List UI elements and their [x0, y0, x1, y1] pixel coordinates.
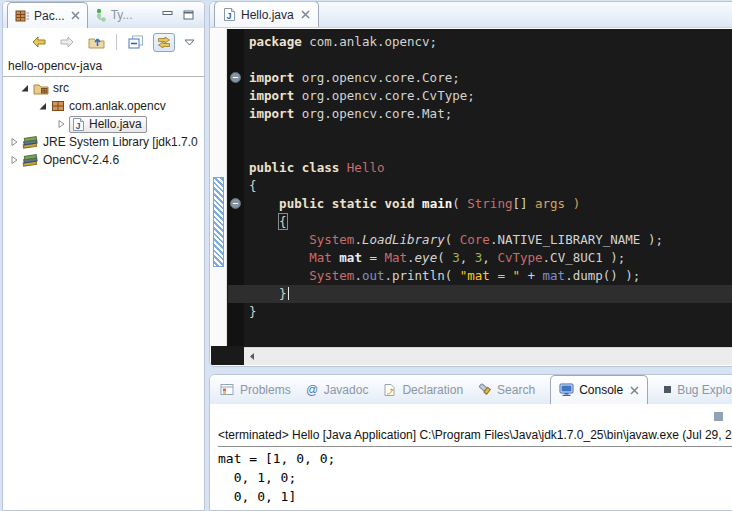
close-icon[interactable] [71, 11, 80, 20]
collapse-all-icon[interactable] [125, 32, 147, 52]
project-tree: srccom.anlak.opencvJHello.javaJRE System… [3, 79, 204, 169]
tab-type-hierarchy[interactable]: Ty... [88, 2, 140, 28]
back-arrow-icon[interactable] [27, 32, 50, 52]
tree-item-opencv-2-4-6[interactable]: OpenCV-2.4.6 [3, 151, 204, 169]
close-icon[interactable] [301, 10, 310, 19]
java-file-icon: J [223, 7, 236, 22]
tree-item-label: JRE System Library [jdk1.7.0 [43, 135, 198, 149]
console-view: Problems@JavadocDeclarationSearchConsole… [209, 374, 732, 511]
search-icon [478, 383, 492, 396]
console-process-header: <terminated> Hello [Java Application] C:… [218, 428, 732, 447]
code-line[interactable]: import org.opencv.core.Mat; [244, 105, 732, 123]
collapsed-arrow-icon[interactable] [55, 119, 66, 129]
editor-area: J Hello.java package com.anlak.opencv;im… [209, 1, 732, 367]
console-output-line: mat = [1, 0, 0; [218, 449, 335, 468]
tree-item-label: OpenCV-2.4.6 [43, 153, 119, 167]
console-output-line: 0, 0, 1] [218, 487, 335, 506]
code-line[interactable]: public class Hello [244, 159, 732, 177]
code-line[interactable]: System.LoadLibrary( Core.NATIVE_LIBRARY_… [244, 231, 732, 249]
package-explorer-icon [15, 9, 30, 23]
problems-icon [220, 383, 235, 396]
vertical-ruler[interactable] [211, 29, 227, 346]
editor-tab-bar: J Hello.java [210, 2, 732, 28]
tree-item-label: com.anlak.opencv [69, 99, 166, 113]
declaration-icon [383, 383, 397, 397]
eclipse-workbench: Pac... Ty... [0, 0, 732, 511]
tab-label: Ty... [111, 8, 133, 22]
minimize-icon[interactable] [162, 6, 173, 24]
tab-label: Problems [240, 383, 291, 397]
tab-search[interactable]: Search [478, 383, 535, 397]
horizontal-scrollbar[interactable] [244, 347, 732, 365]
project-divider [3, 76, 204, 77]
source-folder-icon [33, 82, 49, 95]
tab-label: Bug Explorer [677, 383, 732, 397]
svg-text:J: J [227, 11, 232, 21]
collapsed-arrow-icon[interactable] [8, 137, 19, 147]
range-indicator [213, 177, 224, 267]
tab-declaration[interactable]: Declaration [383, 383, 463, 397]
project-label[interactable]: hello-opencv-java [3, 56, 204, 75]
package-explorer-view: Pac... Ty... [2, 1, 205, 511]
library-icon [22, 153, 39, 167]
tab-hello-java[interactable]: J Hello.java [214, 1, 319, 27]
library-icon [22, 135, 39, 149]
text-caret [288, 287, 289, 300]
expanded-arrow-icon[interactable] [37, 101, 48, 111]
tree-item-jre-system-library-jdk1-7-0[interactable]: JRE System Library [jdk1.7.0 [3, 133, 204, 151]
toolbar-separator [116, 34, 117, 50]
code-line[interactable] [244, 51, 732, 69]
forward-arrow-icon[interactable] [56, 32, 79, 52]
package-explorer-toolbar [3, 28, 204, 56]
console-output[interactable]: mat = [1, 0, 0; 0, 1, 0; 0, 0, 1] [218, 449, 335, 506]
code-line[interactable]: import org.opencv.core.CvType; [244, 87, 732, 105]
tab-label: Hello.java [241, 8, 294, 22]
fold-collapse-icon[interactable] [230, 72, 241, 83]
code-line[interactable]: Mat mat = Mat.eye( 3, 3, CvType.CV_8UC1 … [244, 249, 732, 267]
tab-label: Javadoc [324, 383, 369, 397]
code-line[interactable]: { [244, 213, 732, 231]
code-line[interactable]: package com.anlak.opencv; [244, 33, 732, 51]
tab-console[interactable]: Console [550, 375, 648, 404]
code-line[interactable]: } [244, 303, 732, 321]
tab-bug-explorer[interactable]: Bug Explorer [663, 383, 732, 397]
tab-label: Console [579, 383, 623, 397]
view-menu-icon[interactable] [181, 36, 198, 49]
code-line[interactable]: System.out.println( "mat = " + mat.dump(… [244, 267, 732, 285]
code-line[interactable] [244, 123, 732, 141]
collapsed-arrow-icon[interactable] [8, 155, 19, 165]
console-toolbar-icon[interactable] [714, 412, 723, 421]
tree-item-hello-java[interactable]: JHello.java [3, 115, 204, 133]
left-panel-tab-bar: Pac... Ty... [3, 2, 204, 28]
tree-item-src[interactable]: src [3, 79, 204, 97]
maximize-icon[interactable] [183, 6, 194, 24]
javadoc-icon: @ [306, 383, 319, 396]
tree-item-com-anlak-opencv[interactable]: com.anlak.opencv [3, 97, 204, 115]
svg-text:@: @ [306, 383, 318, 396]
tab-javadoc[interactable]: @Javadoc [306, 383, 369, 397]
tab-problems[interactable]: Problems [220, 383, 291, 397]
expanded-arrow-icon[interactable] [19, 83, 30, 93]
view-window-buttons [162, 6, 204, 24]
fold-collapse-icon[interactable] [230, 198, 241, 209]
console-output-line: 0, 1, 0; [218, 468, 335, 487]
square-icon [663, 385, 672, 394]
close-icon[interactable] [630, 386, 639, 395]
code-line-current[interactable]: } [228, 285, 732, 303]
console-icon [559, 383, 574, 397]
code-line[interactable]: public static void main( String[] args ) [244, 195, 732, 213]
link-with-editor-icon[interactable] [153, 33, 175, 52]
package-icon [51, 100, 65, 112]
code-editor[interactable]: package com.anlak.opencv;import org.open… [211, 29, 732, 365]
tab-label: Declaration [402, 383, 463, 397]
tab-label: Search [497, 383, 535, 397]
java-file-icon: J [72, 117, 85, 132]
code-line[interactable] [244, 141, 732, 159]
code-line[interactable]: import org.opencv.core.Core; [244, 69, 732, 87]
type-hierarchy-icon [95, 8, 107, 22]
scroll-left-icon[interactable] [248, 352, 256, 361]
code-text[interactable]: package com.anlak.opencv;import org.open… [244, 33, 732, 321]
up-into-folder-icon[interactable] [85, 32, 108, 52]
tab-package-explorer[interactable]: Pac... [7, 2, 88, 28]
code-line[interactable]: { [244, 177, 732, 195]
